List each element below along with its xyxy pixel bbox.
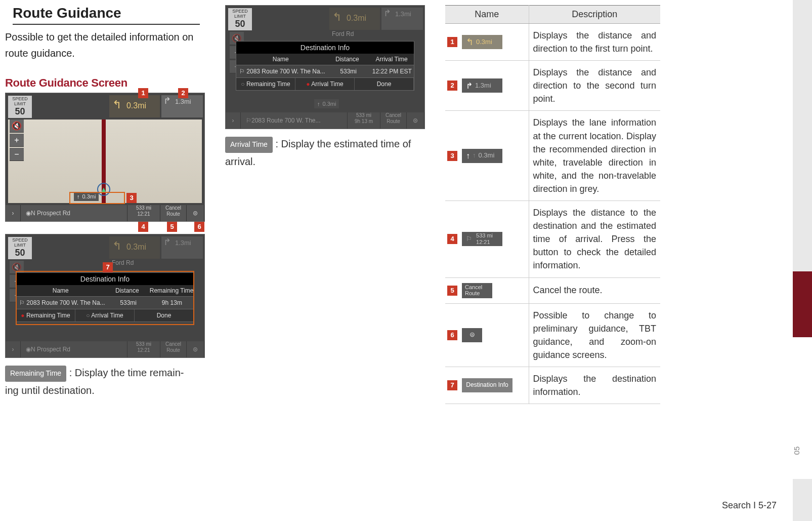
desc-2: Displays the distance and direction to t… [529, 61, 660, 111]
bottom-addr: 2083 Route 700 W. The... [251, 117, 321, 124]
badge-3: 3 [447, 151, 457, 161]
badge-6: 6 [447, 330, 457, 340]
table-row: 4 ⚐ 533 mi 12:21 Displays the distance t… [445, 201, 660, 277]
col-time: Arrival Time [369, 56, 414, 63]
table-row: 5 Cancel Route Cancel the route. [445, 277, 660, 303]
expand-button[interactable]: › [6, 205, 21, 221]
up-arrow-icon: ↑ [466, 150, 470, 162]
left-turn-icon: ↰ [329, 8, 345, 27]
bottom-info-bar-dim: › ◉ N Prospect Rd 533 mi 12:21 Cancel Ro… [6, 341, 204, 357]
desc-5: Cancel the route. [529, 277, 660, 303]
desc-1: Displays the distance and direction to t… [529, 24, 660, 61]
globe-list-icon: ⊜ [469, 330, 475, 340]
callout-box-3 [69, 192, 125, 204]
second-turn-chip: ↱ 1.3mi [462, 78, 502, 93]
left-turn-icon: ↰ [109, 95, 124, 114]
arrival-time-pill: Arrival Time [225, 137, 273, 153]
popup-title: Destination Info [236, 42, 414, 54]
side-tab-label: 05 [792, 441, 812, 460]
cancel-line2: Route [166, 211, 180, 217]
speed-limit-sign-3: SPEED LIMIT 50 [228, 8, 252, 30]
route: Route [166, 347, 180, 353]
left-turn-icon: ↰ [466, 35, 474, 49]
destination-info-button[interactable]: 533 mi 12:21 [127, 205, 160, 221]
page-footer: Search I 5-27 [722, 500, 777, 511]
destination-info-chip: Destination Info [462, 378, 512, 392]
view-icon: ⊜ [187, 341, 204, 357]
view-mode-button[interactable]: ⊜ [187, 205, 204, 221]
lane-arrow-icon: ↑ [317, 101, 320, 107]
lane-guidance-dim: ↑ 0.3mi [314, 99, 339, 108]
callout-7: 7 [103, 262, 113, 272]
mute-button[interactable]: 🔇 [10, 119, 24, 133]
zoom-in-button[interactable]: + [10, 134, 24, 147]
route-guidance-main-screenshot: SPEED LIMIT 50 ↰ 0.3mi ↱ 1.3mi Ford Rd 1… [5, 93, 205, 222]
callout-3: 3 [126, 193, 137, 203]
second-turn-dist: 1.3mi [175, 98, 191, 105]
callout-6: 6 [194, 222, 204, 232]
eta-time: 12:21 [137, 347, 150, 353]
second-turn-panel-dim: ↱ 1.3mi [161, 236, 203, 259]
arrival-time-description: Arrival Time : Display the estimated tim… [225, 135, 428, 170]
desc-a: : Display the estimated time of [273, 138, 411, 149]
eta-time: 9h 13 m [355, 118, 373, 125]
desc-a: : Display the time remain- [66, 367, 184, 378]
cancel-route-button[interactable]: Cancel Route [160, 205, 187, 221]
second-turn-panel: ↱ 1.3mi [161, 95, 203, 117]
right-turn-icon: ↱ [161, 235, 173, 249]
cancel-line1: Cancel [165, 205, 181, 211]
first-turn-panel: ↰ 0.3mi [109, 95, 160, 117]
first-turn-dist: 0.3mi [126, 101, 146, 110]
intro-text: Possible to get the detailed information… [5, 29, 207, 61]
done-button[interactable]: Done [355, 78, 414, 90]
first-turn-chip: ↰ 0.3mi [462, 35, 502, 49]
table-row: 3 ↑ ↑ 0.3mi Displays the lane infor­mati… [445, 111, 660, 201]
d: 0.3mi [347, 14, 366, 22]
lane-dist: 0.3mi [323, 101, 336, 107]
flag-icon: ⚐ [466, 234, 472, 244]
desc-3: Displays the lane infor­mation at the cu… [529, 111, 660, 201]
badge-7: 7 [447, 380, 457, 390]
eta-dist: 533 mi [136, 341, 151, 347]
remaining-time-description: Remaining Time : Display the time remain… [5, 364, 207, 399]
chip-line2: Route [465, 290, 480, 296]
side-tab-active [793, 271, 812, 337]
description-table: Name Description 1 ↰ 0.3mi Displays the … [445, 5, 660, 404]
dist: 1.3mi [175, 239, 191, 247]
current-road: N Prospect Rd [31, 346, 70, 353]
header-description: Description [529, 6, 660, 24]
dest-name: 2083 Route 700 W. The Na... [246, 68, 325, 75]
eta-dist: 533 mi [356, 112, 371, 118]
expand-icon: › [226, 112, 241, 129]
arrival-time-radio[interactable]: Arrival Time [295, 78, 355, 90]
callout-4: 4 [138, 222, 148, 232]
badge-4: 4 [447, 234, 457, 244]
desc-7: Displays the destina­tion information. [529, 367, 660, 404]
current-road-label: N Prospect Rd [31, 210, 70, 217]
cancel: Cancel [165, 341, 181, 347]
expand-icon: › [6, 341, 21, 357]
chip-line1: 533 mi [476, 232, 493, 239]
eta-dist: 533 mi [136, 205, 151, 211]
dest-info-chip: ⚐ 533 mi 12:21 [462, 232, 502, 246]
table-row: 1 ↰ 0.3mi Displays the distance and dire… [445, 24, 660, 61]
chip-line2: 12:21 [476, 239, 493, 246]
chip-label: 0.3mi [479, 151, 495, 161]
up-arrow-grey-icon: ↑ [473, 151, 476, 161]
chip-label: 1.3mi [475, 81, 491, 91]
chip-label: 0.3mi [476, 37, 492, 47]
badge-2: 2 [447, 81, 457, 91]
zoom-controls: 🔇 + − [10, 119, 24, 162]
badge-1: 1 [447, 37, 457, 47]
destination-info-popup-2: Destination Info Name Distance Arrival T… [236, 41, 414, 91]
remaining-time-radio[interactable]: Remaining Time [236, 78, 295, 90]
table-row: 2 ↱ 1.3mi Displays the distance and dire… [445, 61, 660, 111]
callout-2: 2 [178, 88, 188, 98]
speed-limit-sign-2: SPEED LIMIT 50 [8, 237, 32, 259]
zoom-out-button[interactable]: − [10, 148, 24, 161]
right-turn-icon: ↱ [381, 6, 393, 20]
view-mode-chip: ⊜ [462, 328, 482, 342]
speed-value: 50 [8, 248, 32, 258]
page-title: Route Guidance [13, 5, 200, 25]
road-label: Ford Rd [112, 259, 134, 266]
